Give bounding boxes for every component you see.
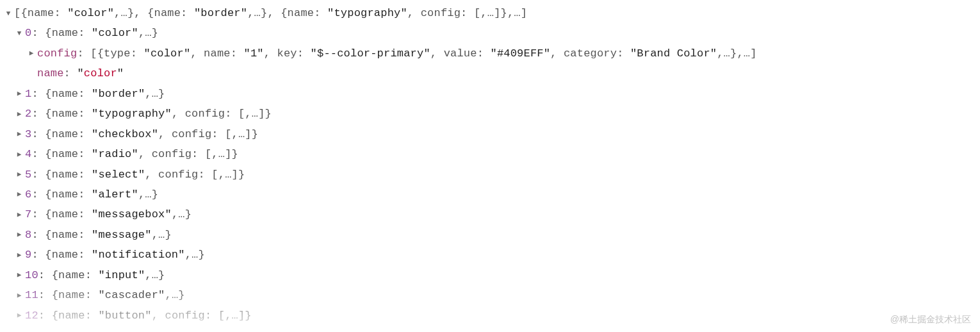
chevron-right-icon[interactable] xyxy=(15,168,24,181)
name-value: select xyxy=(98,169,138,181)
array-item-row[interactable]: 3: {name: "checkbox", config: [,…]} xyxy=(4,124,980,144)
name-content: name: "color" xyxy=(37,63,124,83)
chevron-right-icon[interactable] xyxy=(15,249,24,261)
chevron-down-icon[interactable] xyxy=(15,27,24,40)
chevron-down-icon[interactable] xyxy=(4,7,13,20)
chevron-right-icon[interactable] xyxy=(15,128,24,140)
item-content: 4: {name: "radio", config: [,…]} xyxy=(25,144,238,164)
chevron-right-icon[interactable] xyxy=(15,228,24,241)
chevron-right-icon[interactable] xyxy=(15,289,24,302)
item-content: 8: {name: "message",…} xyxy=(25,225,172,245)
name-value: notification xyxy=(98,249,178,261)
chevron-right-icon[interactable] xyxy=(15,208,24,221)
array-root-row[interactable]: [{name: "color",…}, {name: "border",…}, … xyxy=(4,3,980,23)
name-value: border xyxy=(98,88,138,100)
bracket-open: [ xyxy=(14,7,20,19)
name-value: messagebox xyxy=(98,208,165,220)
prop-key-config: config xyxy=(37,47,77,60)
index-label: 1 xyxy=(25,88,31,100)
array-item-row[interactable]: 9: {name: "notification",…} xyxy=(4,245,980,265)
chevron-right-icon[interactable] xyxy=(15,269,24,281)
array-item-row[interactable]: 7: {name: "messagebox",…} xyxy=(4,204,980,224)
index-label: 2 xyxy=(25,108,31,120)
index-label: 8 xyxy=(25,229,31,241)
index-label: 9 xyxy=(25,249,31,261)
config-content: config: [{type: "color", name: "1", key:… xyxy=(37,44,757,63)
index-label: 11 xyxy=(25,289,38,301)
name-value: message xyxy=(98,229,145,241)
index-label: 0 xyxy=(25,27,31,39)
array-item-row[interactable]: 12: {name: "button", config: [,…]} xyxy=(4,306,980,326)
index-label: 4 xyxy=(25,148,31,160)
chevron-right-icon[interactable] xyxy=(15,148,24,161)
array-item-row[interactable]: 5: {name: "select", config: [,…]} xyxy=(4,165,980,185)
array-item-row[interactable]: 2: {name: "typography", config: [,…]} xyxy=(4,104,980,124)
item-0-config-row[interactable]: config: [{type: "color", name: "1", key:… xyxy=(4,44,980,63)
index-label: 6 xyxy=(25,188,31,201)
item-content: 9: {name: "notification",…} xyxy=(25,245,205,265)
index-label: 12 xyxy=(25,310,38,322)
name-value: cascader xyxy=(105,289,158,301)
name-value: checkbox xyxy=(98,128,151,140)
index-label: 10 xyxy=(25,269,38,281)
array-item-0-row[interactable]: 0: {name: "color",…} xyxy=(4,23,980,43)
name-value: typography xyxy=(98,108,165,120)
chevron-right-icon[interactable] xyxy=(27,47,36,60)
item-content: 6: {name: "alert",…} xyxy=(25,185,158,204)
item-content: 7: {name: "messagebox",…} xyxy=(25,204,192,224)
watermark-text: @稀土掘金技术社区 xyxy=(890,311,971,328)
index-label: 3 xyxy=(25,128,31,140)
chevron-right-icon[interactable] xyxy=(15,87,24,100)
item-0-name-row[interactable]: name: "color" xyxy=(4,63,980,83)
item-content: 12: {name: "button", config: [,…]} xyxy=(25,306,252,326)
name-value: color xyxy=(84,67,117,79)
index-label: 7 xyxy=(25,208,31,220)
chevron-right-icon[interactable] xyxy=(15,188,24,201)
name-value: radio xyxy=(98,148,131,160)
chevron-right-icon[interactable] xyxy=(15,309,24,322)
array-item-row[interactable]: 6: {name: "alert",…} xyxy=(4,185,980,204)
item-content: 1: {name: "border",…} xyxy=(25,84,165,104)
item-content: 11: {name: "cascader",…} xyxy=(25,285,185,305)
item-content: 2: {name: "typography", config: [,…]} xyxy=(25,104,272,124)
name-value: alert xyxy=(98,188,131,201)
array-item-row[interactable]: 8: {name: "message",…} xyxy=(4,225,980,245)
name-value: button xyxy=(105,310,145,322)
array-item-row[interactable]: 4: {name: "radio", config: [,…]} xyxy=(4,144,980,164)
index-label: 5 xyxy=(25,169,31,181)
array-item-row[interactable]: 1: {name: "border",…} xyxy=(4,84,980,104)
name-value: input xyxy=(105,269,138,281)
array-item-row[interactable]: 11: {name: "cascader",…} xyxy=(4,285,980,305)
root-summary-content: [{name: "color",…}, {name: "border",…}, … xyxy=(14,3,527,23)
item-content: 5: {name: "select", config: [,…]} xyxy=(25,165,245,185)
item-content: 3: {name: "checkbox", config: [,…]} xyxy=(25,124,258,144)
item-0-content: 0: {name: "color",…} xyxy=(25,23,158,43)
array-item-row[interactable]: 10: {name: "input",…} xyxy=(4,265,980,285)
chevron-right-icon[interactable] xyxy=(15,108,24,120)
item-content: 10: {name: "input",…} xyxy=(25,265,165,285)
prop-key-name: name xyxy=(37,67,64,79)
